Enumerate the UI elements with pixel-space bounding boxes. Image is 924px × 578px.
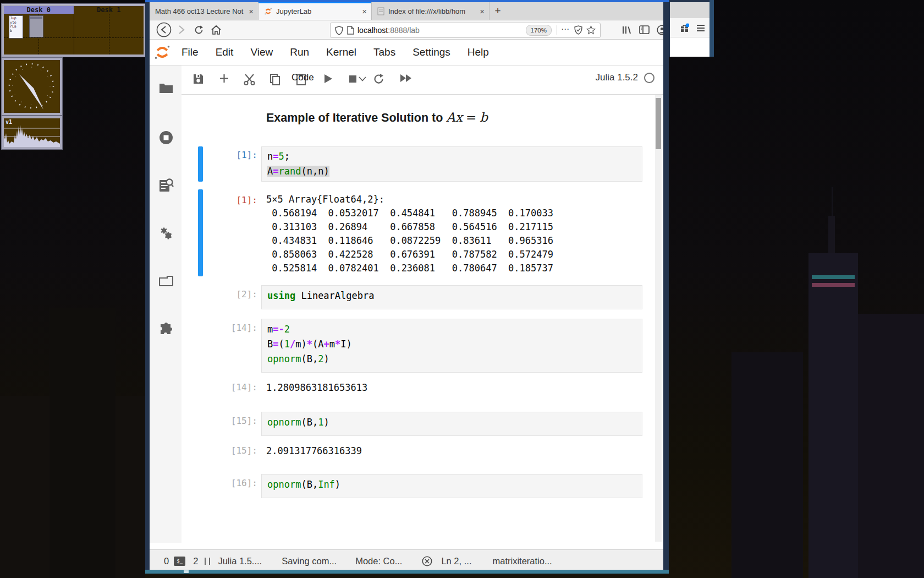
code-line[interactable]: m=-2: [267, 324, 290, 335]
command-palette-icon[interactable]: [159, 178, 174, 192]
zoom-indicator[interactable]: 170%: [526, 25, 552, 36]
menu-edit[interactable]: Edit: [216, 46, 234, 58]
code-cell-editor[interactable]: [261, 285, 642, 309]
page-actions-icon[interactable]: ⋯: [561, 24, 569, 34]
bookmark-star-icon[interactable]: [586, 25, 596, 35]
new-tab-button[interactable]: +: [490, 2, 506, 20]
terminal-icon[interactable]: $_: [174, 557, 185, 566]
title-math-b: b: [480, 110, 488, 124]
code-cell-editor[interactable]: [261, 412, 642, 436]
tab-close-icon[interactable]: ×: [362, 7, 367, 15]
url-bar[interactable]: localhost:8888/lab 170% ⋯: [330, 23, 601, 38]
code-line[interactable]: opnorm(B,1): [267, 417, 329, 428]
pager-mini-window[interactable]: [29, 15, 43, 37]
tracking-shield-icon[interactable]: [335, 26, 343, 35]
pager-mini-window-jupyterlab[interactable]: JupyterLab: [9, 15, 23, 39]
tab-close-icon[interactable]: ×: [480, 7, 485, 15]
clock-widget: [1, 57, 63, 116]
save-icon[interactable]: [193, 73, 204, 85]
library-icon[interactable]: [622, 25, 631, 35]
copy-cells-icon[interactable]: [270, 73, 280, 85]
kernels-count[interactable]: 2: [193, 556, 198, 566]
shield-check-icon[interactable]: [574, 25, 582, 35]
code-line[interactable]: A=rand(n,n): [267, 166, 329, 177]
tab-file-index[interactable]: Index of file:///x/libb/hom ×: [372, 2, 490, 20]
running-sessions-icon[interactable]: [159, 130, 173, 145]
menu-settings[interactable]: Settings: [413, 46, 450, 58]
pager-desk-1[interactable]: Desk 1: [74, 6, 144, 54]
whats-new-gift-icon[interactable]: [680, 23, 689, 32]
url-text[interactable]: localhost:8888/lab: [358, 26, 420, 35]
interrupt-kernel-icon[interactable]: [349, 75, 357, 83]
cell-type-dropdown[interactable]: Code: [292, 72, 314, 83]
skyline-building: [50, 308, 116, 578]
kernel-sessions-icon: [205, 558, 210, 565]
notebook-panel: Code Julia 1.5.2 Example of Iterative So…: [182, 66, 663, 543]
reload-button[interactable]: [194, 25, 204, 35]
menu-kernel[interactable]: Kernel: [326, 46, 356, 58]
tab-close-icon[interactable]: ×: [249, 7, 254, 15]
status-mode[interactable]: Mode: Co...: [355, 556, 402, 566]
forward-button[interactable]: [176, 24, 187, 35]
home-button[interactable]: [211, 25, 222, 35]
window-resize-handle[interactable]: [184, 570, 189, 573]
pager-desk-0[interactable]: Desk 0 JupyterLab: [4, 6, 74, 54]
clock-face: [4, 60, 60, 113]
hamburger-menu-icon[interactable]: [696, 24, 705, 32]
code-cell-editor[interactable]: [261, 319, 642, 373]
code-token: ): [323, 417, 329, 428]
code-line[interactable]: B=(1/m)*(A+m*I): [267, 339, 352, 350]
file-browser-icon[interactable]: [159, 82, 173, 94]
tab-lecture-notes[interactable]: Math 466 oct13 Lecture Not ×: [150, 2, 258, 20]
menu-file[interactable]: File: [182, 46, 199, 58]
scrollbar-thumb[interactable]: [656, 98, 661, 149]
urlbar-separator: [557, 25, 557, 35]
menu-help[interactable]: Help: [468, 46, 489, 58]
terminals-count[interactable]: 0: [164, 556, 169, 566]
firefox-window: Math 466 oct13 Lecture Not × JupyterLab …: [145, 0, 669, 574]
code-line[interactable]: opnorm(B,Inf): [267, 479, 340, 490]
tab-jupyterlab[interactable]: JupyterLab ×: [258, 2, 372, 20]
chevron-down-icon[interactable]: [359, 77, 366, 81]
account-icon[interactable]: [657, 25, 663, 35]
code-line[interactable]: n=5;: [267, 151, 290, 162]
extension-manager-icon[interactable]: [159, 322, 173, 336]
notebook-toolbar: Code Julia 1.5.2: [182, 66, 663, 95]
code-line[interactable]: using LinearAlgebra: [267, 290, 374, 301]
status-kernel[interactable]: Julia 1.5....: [218, 556, 262, 566]
notebook-vertical-scrollbar[interactable]: [655, 95, 662, 542]
jupyterlab-page: File Edit View Run Kernel Tabs Settings …: [150, 40, 663, 552]
background-window-fragment: [669, 0, 714, 57]
page-info-icon[interactable]: [347, 26, 354, 35]
mini-window-title-line: b: [10, 29, 23, 34]
kernel-status-icon[interactable]: [644, 73, 654, 83]
output-collapser[interactable]: [198, 189, 203, 276]
open-tabs-icon[interactable]: [159, 275, 173, 286]
sidebar-toggle-icon[interactable]: [639, 25, 650, 34]
add-cell-icon[interactable]: [219, 73, 229, 84]
code-token: A: [267, 166, 273, 177]
restart-run-all-icon[interactable]: [399, 73, 413, 83]
property-inspector-icon[interactable]: [159, 226, 174, 241]
code-token: ): [323, 353, 329, 364]
status-saving: Saving com...: [282, 556, 337, 566]
jupyter-logo: [154, 43, 170, 61]
status-line-col[interactable]: Ln 2, ...: [441, 556, 471, 566]
run-cell-icon[interactable]: [323, 73, 333, 84]
pager-desk0-label[interactable]: Desk 0: [4, 6, 74, 14]
back-button[interactable]: [156, 22, 172, 37]
cell-collapser[interactable]: [198, 146, 203, 182]
menu-run[interactable]: Run: [290, 46, 309, 58]
load-histogram: [4, 118, 60, 147]
kernel-name-button[interactable]: Julia 1.5.2: [596, 72, 639, 83]
pager-desk1-label[interactable]: Desk 1: [74, 6, 144, 14]
code-cell-editor[interactable]: [261, 474, 642, 498]
restart-kernel-icon[interactable]: [373, 73, 384, 85]
code-token: B: [267, 339, 273, 350]
code-cell-editor[interactable]: [261, 146, 642, 182]
cut-cells-icon[interactable]: [243, 73, 256, 85]
code-line[interactable]: opnorm(B,2): [267, 353, 329, 364]
menu-view[interactable]: View: [250, 46, 273, 58]
desktop-pager[interactable]: Desk 0 JupyterLab Desk 1: [1, 3, 146, 57]
menu-tabs[interactable]: Tabs: [373, 46, 395, 58]
